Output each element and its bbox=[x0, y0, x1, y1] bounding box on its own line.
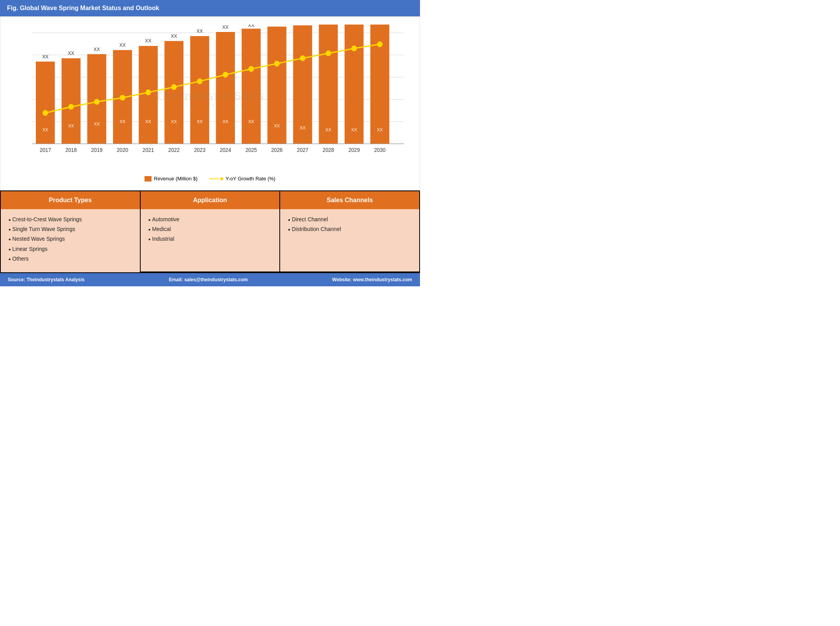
svg-text:XX: XX bbox=[68, 51, 74, 56]
application-header: Application bbox=[141, 191, 280, 209]
svg-point-48 bbox=[43, 111, 48, 116]
footer-source: Source: Theindustrystats Analysis bbox=[8, 277, 85, 282]
svg-text:XX: XX bbox=[145, 119, 151, 124]
footer-website: Website: www.theindustrystats.com bbox=[332, 277, 412, 282]
svg-text:XX: XX bbox=[274, 25, 281, 26]
chart-title: Fig. Global Wave Spring Market Status an… bbox=[0, 0, 420, 16]
legend-bar-box bbox=[145, 176, 152, 182]
svg-rect-24 bbox=[190, 36, 209, 144]
svg-point-52 bbox=[146, 90, 150, 95]
legend-bar: Revenue (Million $) bbox=[145, 176, 198, 182]
svg-text:2025: 2025 bbox=[245, 147, 257, 153]
chart-svg: XX XX XX XX XX XX XX XX XX XX XX XX XX X… bbox=[12, 25, 408, 173]
sales-channels-card: Sales Channels Direct Channel Distributi… bbox=[280, 191, 419, 272]
svg-text:2023: 2023 bbox=[194, 147, 205, 153]
svg-text:2018: 2018 bbox=[65, 147, 77, 153]
svg-text:XX: XX bbox=[377, 127, 383, 132]
svg-text:XX: XX bbox=[222, 25, 229, 30]
svg-text:2030: 2030 bbox=[374, 147, 385, 153]
svg-point-60 bbox=[352, 46, 356, 51]
list-item: Automotive bbox=[148, 216, 272, 224]
svg-text:2021: 2021 bbox=[143, 147, 154, 153]
svg-point-49 bbox=[69, 104, 73, 109]
svg-text:XX: XX bbox=[248, 25, 255, 28]
application-list: Automotive Medical Industrial bbox=[148, 216, 272, 243]
chart-legend: Revenue (Million $) Y-oY Growth Rate (%) bbox=[12, 173, 408, 186]
svg-text:XX: XX bbox=[171, 119, 177, 124]
list-item: Linear Springs bbox=[9, 246, 132, 253]
svg-point-57 bbox=[275, 61, 279, 66]
legend-bar-label: Revenue (Million $) bbox=[154, 176, 198, 182]
sales-channels-header: Sales Channels bbox=[280, 191, 419, 209]
svg-text:XX: XX bbox=[274, 123, 280, 128]
svg-point-56 bbox=[249, 67, 254, 72]
svg-text:2020: 2020 bbox=[117, 147, 128, 153]
svg-point-50 bbox=[94, 99, 99, 104]
svg-text:XX: XX bbox=[351, 127, 357, 132]
svg-rect-27 bbox=[216, 32, 235, 144]
list-item: Others bbox=[9, 256, 132, 263]
svg-rect-30 bbox=[242, 29, 261, 144]
svg-rect-39 bbox=[319, 25, 338, 144]
svg-text:XX: XX bbox=[42, 54, 49, 59]
svg-text:2024: 2024 bbox=[220, 147, 231, 153]
svg-text:2017: 2017 bbox=[40, 147, 51, 153]
svg-point-58 bbox=[300, 56, 305, 61]
chart-area: The Industry Stats market research XX XX… bbox=[0, 16, 420, 190]
svg-text:XX: XX bbox=[300, 125, 305, 130]
svg-text:2029: 2029 bbox=[348, 147, 360, 153]
svg-point-53 bbox=[171, 85, 176, 90]
footer-source-label: Source: bbox=[8, 277, 25, 282]
list-item: Single Turn Wave Springs bbox=[9, 226, 132, 233]
svg-text:2019: 2019 bbox=[91, 147, 102, 153]
svg-text:XX: XX bbox=[196, 28, 203, 34]
svg-text:XX: XX bbox=[119, 42, 126, 48]
svg-point-55 bbox=[223, 72, 228, 77]
svg-point-61 bbox=[378, 42, 382, 47]
product-types-header: Product Types bbox=[1, 191, 140, 209]
svg-text:XX: XX bbox=[222, 119, 228, 124]
application-body: Automotive Medical Industrial bbox=[141, 209, 280, 272]
svg-rect-21 bbox=[164, 41, 184, 144]
svg-point-59 bbox=[326, 51, 331, 56]
footer-email-label: Email: bbox=[169, 277, 183, 282]
list-item: Direct Channel bbox=[288, 216, 411, 224]
footer-email-value: sales@theindustrystats.com bbox=[184, 277, 248, 282]
svg-text:XX: XX bbox=[377, 25, 383, 26]
svg-text:XX: XX bbox=[197, 119, 203, 124]
svg-text:2028: 2028 bbox=[323, 147, 334, 153]
svg-text:XX: XX bbox=[248, 119, 254, 124]
legend-line-bar bbox=[209, 178, 219, 179]
application-card: Application Automotive Medical Industria… bbox=[141, 191, 280, 272]
list-item: Nested Wave Springs bbox=[9, 236, 132, 243]
footer-website-label: Website: bbox=[332, 277, 352, 282]
footer-website-value: www.theindustrystats.com bbox=[353, 277, 412, 282]
chart-container: The Industry Stats market research XX XX… bbox=[12, 25, 408, 173]
svg-text:2027: 2027 bbox=[297, 147, 308, 153]
legend-line-dot bbox=[220, 177, 223, 180]
legend-line: Y-oY Growth Rate (%) bbox=[209, 176, 275, 182]
legend-line-label: Y-oY Growth Rate (%) bbox=[226, 176, 275, 182]
footer: Source: Theindustrystats Analysis Email:… bbox=[0, 273, 420, 286]
svg-text:XX: XX bbox=[325, 25, 332, 26]
sales-channels-body: Direct Channel Distribution Channel bbox=[280, 209, 419, 272]
product-types-body: Crest-to-Crest Wave Springs Single Turn … bbox=[1, 209, 140, 272]
svg-text:2022: 2022 bbox=[168, 147, 180, 153]
svg-rect-42 bbox=[344, 25, 364, 144]
svg-text:XX: XX bbox=[94, 121, 100, 126]
product-types-list: Crest-to-Crest Wave Springs Single Turn … bbox=[9, 216, 132, 263]
svg-text:XX: XX bbox=[325, 127, 331, 132]
svg-text:XX: XX bbox=[94, 46, 100, 52]
svg-point-51 bbox=[120, 95, 125, 101]
svg-text:XX: XX bbox=[171, 34, 177, 39]
legend-line-container bbox=[209, 177, 223, 180]
svg-text:XX: XX bbox=[42, 127, 48, 132]
svg-point-54 bbox=[197, 79, 202, 84]
list-item: Medical bbox=[148, 226, 272, 233]
sales-channels-list: Direct Channel Distribution Channel bbox=[288, 216, 411, 233]
footer-source-value: Theindustrystats Analysis bbox=[26, 277, 85, 282]
list-item: Crest-to-Crest Wave Springs bbox=[9, 216, 132, 224]
svg-text:XX: XX bbox=[351, 25, 358, 26]
svg-rect-9 bbox=[62, 58, 81, 144]
svg-text:XX: XX bbox=[300, 25, 306, 26]
